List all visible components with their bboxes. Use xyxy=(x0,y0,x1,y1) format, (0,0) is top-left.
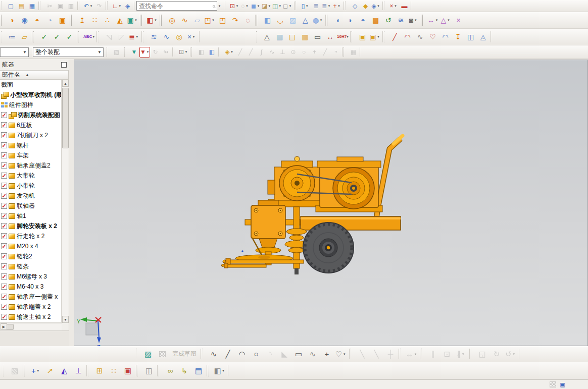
revolve-section-icon[interactable]: ◌ xyxy=(241,14,254,27)
pattern-component-icon[interactable]: ⊞ xyxy=(92,364,107,377)
pattern-feature-icon[interactable]: ∷ xyxy=(88,14,101,27)
tolerance-table-icon[interactable]: ▦ xyxy=(273,30,286,44)
point-folder-icon[interactable]: ▤ xyxy=(286,30,299,44)
dimension-style-icon[interactable]: ↔ xyxy=(324,30,336,44)
command-search-input[interactable] xyxy=(139,3,212,10)
wireframe-component-icon[interactable]: ◧ xyxy=(207,47,217,58)
search-options-dropdown-icon[interactable]: ▾ xyxy=(217,4,222,8)
show-degrees-of-freedom-icon[interactable]: ◧▾ xyxy=(213,364,227,377)
profile-icon[interactable]: ∿ xyxy=(207,347,221,361)
component-checkbox[interactable]: ✓ xyxy=(1,294,7,300)
isocline-curve-icon[interactable]: ◫ xyxy=(464,30,477,44)
datum-csys-icon[interactable]: +▾ xyxy=(332,1,342,11)
shell-icon[interactable]: ◳▾ xyxy=(204,14,216,27)
belleville-washer-icon[interactable]: ◎ xyxy=(173,30,185,44)
assembly-sequence-icon[interactable]: ◆ xyxy=(360,1,371,11)
view-properties-icon[interactable]: ◈ xyxy=(122,1,133,11)
harvester-assembly-model[interactable]: Y Z xyxy=(74,60,588,347)
sweep-along-guide-icon[interactable]: ∿ xyxy=(178,14,191,27)
filter-selection-icon[interactable]: ▼ xyxy=(129,47,139,58)
spec-list-icon[interactable]: ≔ xyxy=(6,30,18,44)
component-checkbox[interactable]: ✓ xyxy=(1,132,7,138)
delete-spring-icon[interactable]: ×▾ xyxy=(185,30,198,44)
surface-curve-icon[interactable]: ◠ xyxy=(439,30,452,44)
graphics-viewport[interactable]: Y Z xyxy=(74,60,588,346)
examine-geometry-icon[interactable]: ✓ xyxy=(38,30,51,44)
offset-region-icon[interactable]: ◰ xyxy=(216,14,229,27)
view-background-icon[interactable]: ◻▾ xyxy=(282,1,293,11)
tree-item-23[interactable]: ✓输送主轴 x 2 xyxy=(0,312,62,322)
interference-check-icon[interactable]: ×▾ xyxy=(388,1,399,11)
sketch-shape-icon[interactable]: ♡▾ xyxy=(334,347,348,361)
emboss-icon[interactable]: ▣ xyxy=(56,14,69,27)
workpart-filter-combo[interactable]: ▼ xyxy=(0,47,29,57)
hole-icon[interactable]: ◉ xyxy=(18,14,31,27)
unite-icon[interactable]: ◧▾ xyxy=(146,14,159,27)
fit-curve-icon[interactable]: ∿ xyxy=(414,30,426,44)
triangle-symbol-icon[interactable]: △ xyxy=(261,30,273,44)
tree-item-9[interactable]: ✓大带轮 xyxy=(0,171,62,181)
selection-scope-combo[interactable]: 整个装配▼ xyxy=(33,47,104,57)
sheet-bend-icon[interactable]: ◡ xyxy=(274,14,286,27)
exploded-view-icon[interactable]: ◫ xyxy=(142,364,156,377)
show-hide-icon[interactable]: ◇ xyxy=(350,1,360,11)
assembly-constraints-icon[interactable]: ⊥ xyxy=(71,364,85,377)
measure-distance-icon[interactable]: ▬ xyxy=(399,1,410,11)
tree-item-5[interactable]: ✓7切割刀 x 2 xyxy=(0,130,62,140)
component-checkbox[interactable]: ✓ xyxy=(1,263,7,269)
cutting-unit[interactable] xyxy=(222,200,309,274)
intersection-curve-icon[interactable]: ◬ xyxy=(477,30,489,44)
wave-geometry-linker-icon[interactable]: ∞ xyxy=(163,364,177,377)
slab-icon[interactable]: ▱ xyxy=(191,14,204,27)
mirror-feature-icon[interactable]: ◭ xyxy=(114,14,126,27)
tree-item-8[interactable]: ✓轴承座侧盖2 xyxy=(0,160,62,171)
line-curve-icon[interactable]: ╱ xyxy=(388,30,401,44)
tree-horizontal-scrollbar[interactable]: ▶ xyxy=(0,323,62,330)
tree-item-17[interactable]: ✓链轮2 xyxy=(0,251,62,261)
zoom-region-icon[interactable]: ◌▾ xyxy=(240,1,251,11)
tree-item-10[interactable]: ✓小带轮 xyxy=(0,181,62,191)
component-checkbox[interactable]: ✓ xyxy=(1,112,7,118)
attribute-tag-icon[interactable]: ▱ xyxy=(18,30,31,44)
orient-view-csys-icon[interactable]: ∟▾ xyxy=(112,1,122,11)
studio-spline-icon[interactable]: ∿ xyxy=(306,347,320,361)
hole-folder-icon[interactable]: ▥ xyxy=(299,30,311,44)
component-checkbox[interactable]: ✓ xyxy=(1,223,7,229)
boolean-region-icon[interactable]: ▣▾ xyxy=(126,14,139,27)
filter-active-icon[interactable]: ▼▾ xyxy=(139,47,150,58)
ruled-surface-icon[interactable]: ◖ xyxy=(331,14,344,27)
engine[interactable] xyxy=(316,157,382,212)
component-checkbox[interactable]: ✓ xyxy=(1,284,7,290)
tree-item-2[interactable]: 组件图样 xyxy=(0,100,62,110)
component-checkbox[interactable]: ✓ xyxy=(1,203,7,209)
swept-surface-icon[interactable]: ◓ xyxy=(357,14,369,27)
wave-link-icon[interactable]: ▣▾ xyxy=(369,30,381,44)
tree-item-11[interactable]: ✓发动机 xyxy=(0,191,62,201)
mirror-assembly-icon[interactable]: ◭ xyxy=(57,364,71,377)
tree-item-15[interactable]: ✓行走轮 x 2 xyxy=(0,231,62,241)
curve-analysis-icon[interactable]: ↺ xyxy=(382,14,395,27)
scroll-right-icon[interactable]: ▶ xyxy=(1,323,7,330)
search-icon[interactable]: ⌕ xyxy=(212,3,216,10)
column-header-part-name[interactable]: 部件名 ▲ xyxy=(0,70,69,80)
status-window-icon[interactable]: ▣ xyxy=(558,380,567,388)
project-curve-icon[interactable]: ↧ xyxy=(452,30,464,44)
section-view-icon[interactable]: ◫▾ xyxy=(272,1,282,11)
undo-icon[interactable]: ↶▾ xyxy=(83,1,94,11)
compression-spring-icon[interactable]: ≋ xyxy=(148,30,160,44)
tree-item-19[interactable]: ✓M6螺母 x 3 xyxy=(0,271,62,282)
sketch-point-icon[interactable]: + xyxy=(320,347,334,361)
component-checkbox[interactable]: ✓ xyxy=(1,233,7,239)
tree-item-3[interactable]: ✓切割系统装配图 xyxy=(0,110,62,120)
component-checkbox[interactable]: ✓ xyxy=(1,253,7,259)
tree-item-4[interactable]: ✓6压板 xyxy=(0,120,62,130)
rectangle-select-icon[interactable]: ⊡▾ xyxy=(178,47,189,58)
component-checkbox[interactable]: ✓ xyxy=(1,142,7,148)
scroll-down-icon[interactable]: ▼ xyxy=(62,316,69,323)
sketch-circle-icon[interactable]: ○ xyxy=(249,347,263,361)
component-checkbox[interactable]: ✓ xyxy=(1,152,7,158)
open-file-icon[interactable]: ▤ xyxy=(16,1,27,11)
linear-pattern-component-icon[interactable]: ∷ xyxy=(107,364,121,377)
component-checkbox[interactable]: ✓ xyxy=(1,314,7,320)
list-select-icon[interactable]: ≣▾ xyxy=(128,30,140,44)
